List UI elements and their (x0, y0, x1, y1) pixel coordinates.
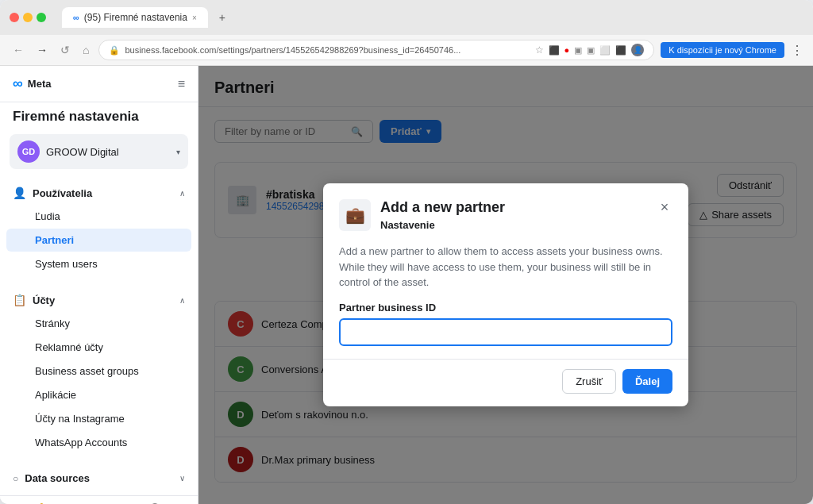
data-section-icon: ○ (13, 473, 18, 484)
account-avatar: GD (17, 140, 40, 163)
sidebar-section-users: 👤 Používatelia ∧ Ľudia Partneri System u… (0, 175, 198, 283)
sidebar-item-instagram[interactable]: Účty na Instagrame (6, 407, 191, 430)
nav-back-button[interactable]: ← (10, 42, 27, 58)
browser-chrome: ∞ (95) Firemné nastavenia × + ← → ↺ ⌂ 🔒 … (0, 0, 813, 66)
modal-title-area: Add a new partner Nastavenie (380, 199, 505, 231)
dot-yellow[interactable] (23, 13, 33, 22)
nav-reload-button[interactable]: ↺ (57, 42, 73, 58)
browser-tabs: ∞ (95) Firemné nastavenia × + (62, 6, 803, 29)
star-icon[interactable]: ☆ (535, 44, 544, 56)
meta-icon: ∞ (13, 75, 23, 92)
nav-forward-button[interactable]: → (33, 42, 51, 58)
modal-title: Add a new partner (380, 199, 505, 216)
address-bar[interactable]: 🔒 business.facebook.com/settings/partner… (98, 40, 654, 60)
app-container: ∞ Meta ≡ Firemné nastavenia GD GROOW Dig… (0, 66, 813, 504)
modal-description: Add a new partner to allow them to acces… (339, 244, 672, 290)
cancel-button[interactable]: Zrušiť (562, 369, 616, 394)
sidebar-section-users-title: 👤 Používatelia (13, 187, 92, 199)
sidebar-section-data: ○ Data sources ∨ (0, 461, 198, 495)
sidebar-item-ludia[interactable]: Ľudia (6, 205, 191, 228)
hamburger-menu[interactable]: ≡ (178, 77, 185, 91)
modal-body: Add a new partner to allow them to acces… (323, 231, 688, 359)
modal-add-partner: 💼 Add a new partner Nastavenie × Add a n… (323, 183, 688, 406)
sidebar-item-reklamne[interactable]: Reklamné účty (6, 336, 191, 359)
accounts-section-icon: 📋 (13, 294, 26, 306)
tab-meta-icon: ∞ (73, 13, 79, 22)
sidebar-item-aplikacie[interactable]: Aplikácie (6, 383, 191, 406)
ext1-icon[interactable]: ▣ (574, 45, 582, 56)
browser-more-button[interactable]: ⋮ (791, 43, 803, 58)
sidebar: ∞ Meta ≡ Firemné nastavenia GD GROOW Dig… (0, 66, 198, 504)
browser-nav: ← → ↺ ⌂ 🔒 business.facebook.com/settings… (0, 35, 813, 66)
modal-briefcase-icon: 💼 (339, 199, 371, 231)
modal-footer: Zrušiť Ďalej (323, 359, 688, 406)
sidebar-section-data-title: ○ Data sources (13, 472, 90, 484)
business-name: Firemné nastavenia (0, 102, 198, 134)
account-selector[interactable]: GD GROOW Digital ▾ (10, 134, 188, 169)
partner-id-label: Partner business ID (339, 302, 672, 314)
meta-logo: ∞ Meta (13, 75, 51, 92)
sidebar-item-whatsapp[interactable]: WhatsApp Accounts (6, 431, 191, 454)
main-content: Partneri 🔍 Pridať ▾ (198, 66, 813, 504)
browser-tab-active[interactable]: ∞ (95) Firemné nastavenia × (62, 7, 208, 28)
nav-home-button[interactable]: ⌂ (79, 42, 92, 58)
sidebar-item-asset-groups[interactable]: Business asset groups (6, 360, 191, 383)
ext2-icon[interactable]: ▣ (587, 45, 595, 56)
share-icon[interactable]: ⬜ (599, 45, 611, 56)
partner-id-input[interactable] (339, 318, 672, 346)
sidebar-section-accounts-header[interactable]: 📋 Účty ∧ (0, 289, 198, 311)
users-chevron-icon: ∧ (179, 189, 185, 198)
account-name: GROOW Digital (46, 146, 170, 158)
download-icon[interactable]: ⬛ (615, 45, 626, 56)
browser-titlebar: ∞ (95) Firemné nastavenia × + (0, 6, 813, 35)
users-section-icon: 👤 (13, 187, 26, 199)
sidebar-item-system-users[interactable]: System users (6, 252, 191, 275)
sidebar-item-partneri[interactable]: Partneri (6, 229, 191, 252)
sidebar-item-stranky[interactable]: Stránky (6, 312, 191, 335)
chrome-update-button[interactable]: K dispozícii je nový Chrome (661, 42, 784, 58)
meta-label: Meta (28, 78, 52, 90)
new-tab-button[interactable]: + (211, 6, 233, 29)
data-chevron-icon: ∨ (179, 474, 185, 483)
modal-overlay: 💼 Add a new partner Nastavenie × Add a n… (198, 66, 813, 504)
sidebar-footer: ⚙ 🔔 ? Pomoc 95 🔍 ⊡ (0, 495, 198, 504)
tab-close-icon[interactable]: × (192, 13, 197, 22)
sidebar-section-accounts: 📋 Účty ∧ Stránky Reklamné účty Business … (0, 283, 198, 461)
modal-subtitle: Nastavenie (380, 219, 505, 231)
modal-header: 💼 Add a new partner Nastavenie × (323, 183, 688, 231)
next-button[interactable]: Ďalej (622, 369, 672, 394)
dot-green[interactable] (37, 13, 46, 22)
sidebar-section-data-header[interactable]: ○ Data sources ∨ (0, 467, 198, 489)
dot-red[interactable] (10, 13, 19, 22)
extensions-icon[interactable]: ⬛ (549, 45, 560, 56)
browser-dots (10, 13, 46, 22)
sidebar-header: ∞ Meta ≡ (0, 66, 198, 102)
sidebar-section-accounts-title: 📋 Účty (13, 294, 55, 306)
account-chevron-icon: ▾ (176, 148, 180, 156)
sidebar-section-users-header[interactable]: 👤 Používatelia ∧ (0, 182, 198, 204)
accounts-chevron-icon: ∧ (179, 296, 185, 305)
tab-label: (95) Firemné nastavenia (84, 12, 187, 23)
record-icon: ● (564, 45, 570, 55)
modal-close-button[interactable]: × (653, 196, 676, 218)
url-text: business.facebook.com/settings/partners/… (125, 45, 530, 55)
browser-window: ∞ (95) Firemné nastavenia × + ← → ↺ ⌂ 🔒 … (0, 0, 813, 504)
profile-icon[interactable]: 👤 (631, 44, 644, 56)
